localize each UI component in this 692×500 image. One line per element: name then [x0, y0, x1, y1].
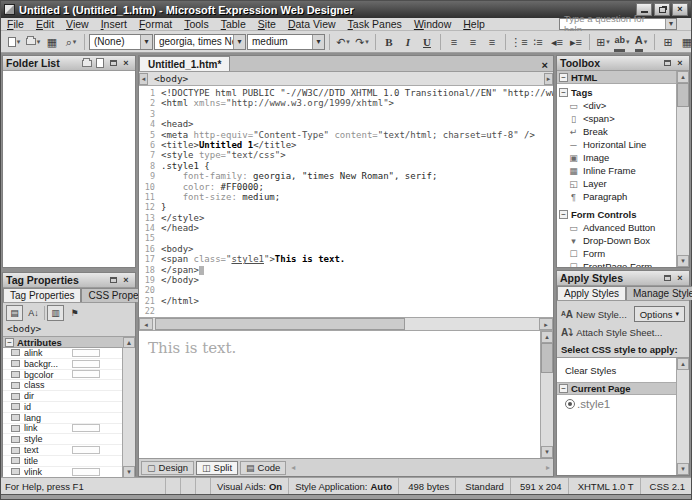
attribute-row[interactable]: text — [3, 445, 122, 456]
toolbox-group-tags[interactable]: − Tags — [557, 86, 676, 99]
increase-indent-button[interactable]: ▸≡ — [567, 33, 585, 51]
attribute-row[interactable]: link — [3, 424, 122, 435]
scroll-up-icon[interactable]: ▴ — [541, 331, 553, 343]
scroll-down-icon[interactable]: ▾ — [123, 466, 135, 478]
toolbox-item[interactable]: ▣ Image — [557, 151, 676, 164]
menu-item[interactable]: File — [1, 18, 30, 30]
design-view[interactable]: This is text. ▴ ▾ — [139, 331, 553, 458]
options-button[interactable]: Options ▾ — [634, 306, 685, 322]
decrease-indent-button[interactable]: ◂≡ — [548, 33, 566, 51]
scroll-left-icon[interactable]: ◂ — [139, 318, 153, 330]
new-page-icon[interactable] — [94, 58, 106, 69]
scroll-down-icon[interactable]: ▾ — [677, 463, 689, 475]
attribute-value-field[interactable] — [72, 360, 100, 368]
attribute-value-field[interactable] — [72, 349, 100, 357]
open-button[interactable]: ▾ — [24, 33, 42, 51]
menu-item[interactable]: Data View — [282, 18, 342, 30]
status-cell[interactable]: 498 bytes — [398, 478, 455, 494]
clear-styles-item[interactable]: Clear Styles — [557, 362, 676, 378]
tab-apply-styles[interactable]: Apply Styles — [557, 286, 626, 300]
apply-styles-scrollbar[interactable]: ▴ ▾ — [676, 358, 689, 475]
tag-properties-header[interactable]: Tag Properties × — [3, 273, 135, 288]
align-center-button[interactable]: ≡ — [464, 33, 482, 51]
categorized-view-button[interactable]: ▤ — [6, 305, 23, 321]
code-horizontal-scrollbar[interactable]: ◂ ▸ — [139, 317, 553, 331]
current-page-section[interactable]: − Current Page — [557, 382, 676, 395]
scroll-down-icon[interactable]: ▾ — [541, 446, 553, 458]
chevron-down-icon[interactable]: ▾ — [233, 35, 245, 49]
chevron-down-icon[interactable]: ▾ — [665, 19, 676, 29]
breadcrumb-left-icon[interactable]: ◂ — [139, 73, 148, 85]
attributes-scrollbar[interactable]: ▾ — [122, 348, 135, 478]
attribute-row[interactable]: backgr... — [3, 359, 122, 370]
highlight-button[interactable]: ab▾ — [613, 33, 631, 51]
insert-layer-button[interactable]: ▦ — [678, 33, 691, 51]
menu-item[interactable]: Format — [133, 18, 178, 30]
tab-tag-properties[interactable]: Tag Properties — [3, 288, 81, 302]
collapse-icon[interactable]: − — [559, 384, 568, 393]
scroll-up-icon[interactable]: ▴ — [677, 358, 689, 370]
bold-button[interactable]: B — [380, 33, 398, 51]
toolbox-group-form-controls[interactable]: − Form Controls — [557, 208, 676, 221]
status-cell[interactable]: XHTML 1.0 T — [568, 478, 640, 494]
attribute-value-field[interactable] — [72, 424, 100, 432]
menu-item[interactable]: Edit — [30, 18, 60, 30]
toolbox-item[interactable]: ▾ Drop-Down Box — [557, 234, 676, 247]
print-preview-button[interactable]: ⌕▾ — [62, 33, 80, 51]
chevron-down-icon[interactable]: ▾ — [140, 35, 152, 49]
attribute-value-field[interactable] — [72, 446, 100, 454]
new-folder-icon[interactable] — [81, 58, 93, 69]
code-view[interactable]: 1<!DOCTYPE html PUBLIC "-//W3C//DTD XHTM… — [139, 86, 553, 317]
attach-style-sheet-button[interactable]: A⤵ Attach Style Sheet... — [561, 327, 662, 338]
undo-button[interactable]: ↶▾ — [334, 33, 352, 51]
folder-list-header[interactable]: Folder List × — [3, 56, 135, 71]
toolbox-header[interactable]: Toolbox × — [557, 56, 689, 71]
folder-list-body[interactable] — [3, 71, 135, 267]
save-button[interactable]: ▦ — [43, 33, 61, 51]
tab-code[interactable]: ▤Code — [240, 461, 286, 475]
toolbox-scrollbar[interactable]: ▴ ▾ — [676, 71, 689, 267]
attribute-row[interactable]: dir — [3, 391, 122, 402]
chevron-down-icon[interactable]: ▾ — [312, 35, 324, 49]
collapse-icon[interactable]: − — [559, 88, 568, 97]
close-panel-icon[interactable]: × — [120, 275, 132, 286]
float-panel-icon[interactable] — [661, 58, 673, 69]
attribute-value-field[interactable] — [72, 468, 100, 476]
toolbox-item[interactable]: ☐ FrontPage Form — [557, 260, 676, 267]
attribute-row[interactable]: alink — [3, 348, 122, 359]
status-cell[interactable]: Standard — [455, 478, 510, 494]
float-panel-icon[interactable] — [107, 275, 119, 286]
tab-manage-styles[interactable]: Manage Styles — [626, 286, 692, 300]
close-panel-icon[interactable]: × — [120, 58, 132, 69]
close-button[interactable]: × — [672, 3, 688, 16]
design-vertical-scrollbar[interactable]: ▴ ▾ — [540, 331, 553, 458]
collapse-icon[interactable]: − — [559, 210, 568, 219]
scroll-down-icon[interactable]: ▾ — [677, 255, 689, 267]
style-select[interactable]: (None) ▾ — [89, 34, 153, 50]
toolbox-item[interactable]: ▭ Advanced Button — [557, 221, 676, 234]
toolbox-item[interactable]: ◱ Layer — [557, 177, 676, 190]
attribute-row[interactable]: bgcolor — [3, 370, 122, 381]
apply-styles-header[interactable]: Apply Styles × — [557, 271, 689, 286]
show-set-properties-button[interactable]: ▥ — [47, 305, 64, 321]
align-left-button[interactable]: ≡ — [445, 33, 463, 51]
close-panel-icon[interactable]: × — [674, 273, 686, 284]
status-cell[interactable]: 591 x 204 — [510, 478, 568, 494]
size-select[interactable]: medium ▾ — [247, 34, 325, 50]
toolbox-section-html[interactable]: − HTML — [557, 71, 676, 84]
float-panel-icon[interactable] — [661, 273, 673, 284]
status-cell[interactable]: Style Application: Auto — [288, 478, 398, 494]
document-tab[interactable]: Untitled_1.htm* — [139, 56, 230, 71]
toolbox-item[interactable]: ↵ Break — [557, 125, 676, 138]
attribute-row[interactable]: id — [3, 402, 122, 413]
help-question-box[interactable]: Type a question for help ▾ — [559, 18, 677, 30]
new-style-button[interactable]: ᴬA New Style... — [561, 309, 627, 320]
align-right-button[interactable]: ≡ — [483, 33, 501, 51]
new-document-button[interactable]: ▾ — [5, 33, 23, 51]
attributes-section-header[interactable]: − Attributes ▴ — [3, 336, 135, 348]
menu-item[interactable]: View — [60, 18, 95, 30]
attribute-row[interactable]: style — [3, 434, 122, 445]
toolbox-item[interactable]: ¶ Paragraph — [557, 190, 676, 203]
design-text[interactable]: This is text. — [148, 339, 236, 357]
status-cell[interactable]: CSS 2.1 — [640, 478, 691, 494]
